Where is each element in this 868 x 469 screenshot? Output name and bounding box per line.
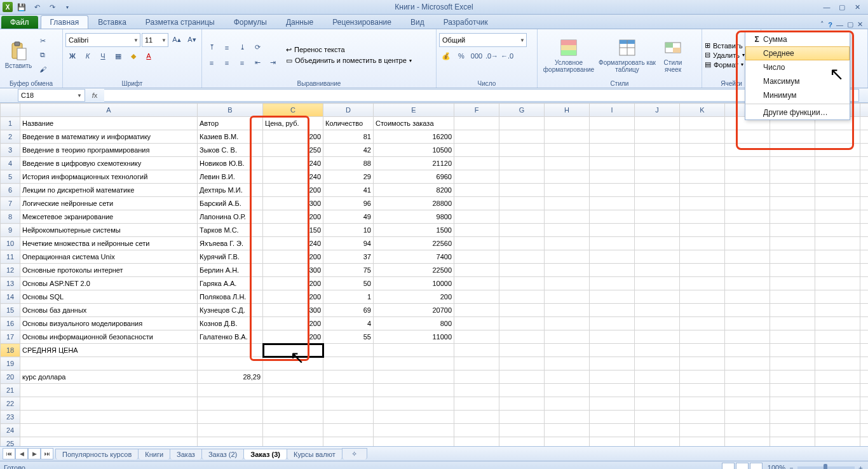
cell-A24[interactable] — [20, 424, 198, 437]
cell-A5[interactable]: История информационных технологий — [20, 170, 198, 184]
cell-C7[interactable]: 300 — [263, 197, 323, 210]
cell-N24[interactable] — [815, 424, 860, 437]
cell-C14[interactable]: 200 — [263, 290, 323, 304]
cell-I5[interactable] — [590, 170, 635, 184]
cell-M5[interactable] — [770, 170, 815, 184]
cell-E10[interactable]: 22560 — [374, 237, 454, 250]
cell-O10[interactable] — [860, 237, 869, 250]
cell-H5[interactable] — [545, 170, 590, 184]
cell-L6[interactable] — [725, 184, 770, 197]
autosum-sum[interactable]: ΣСумма — [745, 32, 850, 46]
cell-K15[interactable] — [680, 304, 725, 317]
sheet-nav-next[interactable]: ▶ — [28, 448, 41, 459]
cell-N4[interactable] — [815, 157, 860, 170]
cell-N21[interactable] — [815, 384, 860, 397]
cell-N18[interactable] — [815, 344, 860, 357]
cell-I6[interactable] — [590, 184, 635, 197]
cell-O7[interactable] — [860, 197, 869, 210]
sheet-tab[interactable]: Книги — [138, 449, 170, 459]
cell-O2[interactable] — [860, 130, 869, 144]
cell-L17[interactable] — [725, 330, 770, 344]
cell-H23[interactable] — [545, 411, 590, 424]
col-header-A[interactable]: A — [20, 104, 198, 117]
cell-J10[interactable] — [635, 237, 680, 250]
cell-F11[interactable] — [454, 250, 499, 264]
zoom-level[interactable]: 100% — [768, 464, 785, 469]
cell-E24[interactable] — [374, 424, 454, 437]
paste-button[interactable]: Вставить — [3, 34, 34, 76]
percent-icon[interactable]: % — [454, 50, 468, 62]
zoom-in-button[interactable]: ＋ — [857, 463, 864, 470]
cell-B5[interactable]: Левин В.И. — [198, 170, 263, 184]
cell-J13[interactable] — [635, 277, 680, 290]
cell-L20[interactable] — [725, 370, 770, 384]
col-header-E[interactable]: E — [374, 104, 454, 117]
cell-J25[interactable] — [635, 437, 680, 447]
cell-D14[interactable]: 1 — [323, 290, 374, 304]
cell-D20[interactable] — [323, 370, 374, 384]
sheet-tab[interactable]: Заказ — [170, 449, 202, 459]
merge-center-button[interactable]: ▭Объединить и поместить в центре▾ — [286, 57, 412, 65]
cell-J19[interactable] — [635, 357, 680, 370]
number-format-combo[interactable]: Общий▼ — [439, 33, 527, 47]
sheet-tab[interactable]: Заказ (2) — [201, 449, 244, 459]
cell-K2[interactable] — [680, 130, 725, 144]
cell-B2[interactable]: Казиев В.М. — [198, 130, 263, 144]
close-button[interactable]: ✕ — [850, 2, 864, 12]
autosum-average[interactable]: Среднее — [745, 46, 850, 60]
cell-C13[interactable]: 200 — [263, 277, 323, 290]
cell-G13[interactable] — [499, 277, 545, 290]
cell-M12[interactable] — [770, 264, 815, 277]
cell-L11[interactable] — [725, 250, 770, 264]
cell-B18[interactable] — [198, 344, 263, 357]
cell-D24[interactable] — [323, 424, 374, 437]
cell-O20[interactable] — [860, 370, 869, 384]
cell-E14[interactable]: 200 — [374, 290, 454, 304]
cell-A20[interactable]: курс доллара — [20, 370, 198, 384]
cell-N22[interactable] — [815, 397, 860, 411]
sheet-tab[interactable]: Курсы валют — [287, 449, 342, 459]
cell-H8[interactable] — [545, 210, 590, 224]
cell-I11[interactable] — [590, 250, 635, 264]
row-header-14[interactable]: 14 — [1, 290, 20, 304]
cell-B3[interactable]: Зыков С. В. — [198, 144, 263, 157]
cell-F20[interactable] — [454, 370, 499, 384]
cell-B16[interactable]: Кознов Д.В. — [198, 317, 263, 330]
cell-G5[interactable] — [499, 170, 545, 184]
cell-N20[interactable] — [815, 370, 860, 384]
cell-L13[interactable] — [725, 277, 770, 290]
cell-M2[interactable] — [770, 130, 815, 144]
cell-E1[interactable]: Стоимость заказа — [374, 117, 454, 130]
cell-I23[interactable] — [590, 411, 635, 424]
cell-L7[interactable] — [725, 197, 770, 210]
cell-N16[interactable] — [815, 317, 860, 330]
cell-H1[interactable] — [545, 117, 590, 130]
row-header-10[interactable]: 10 — [1, 237, 20, 250]
cell-A15[interactable]: Основы баз данных — [20, 304, 198, 317]
cell-A12[interactable]: Основные протоколы интернет — [20, 264, 198, 277]
cell-K23[interactable] — [680, 411, 725, 424]
cell-J22[interactable] — [635, 397, 680, 411]
sheet-nav-last[interactable]: ⏭ — [41, 448, 53, 459]
cell-O22[interactable] — [860, 397, 869, 411]
cell-O25[interactable] — [860, 437, 869, 447]
cell-F5[interactable] — [454, 170, 499, 184]
cell-J9[interactable] — [635, 224, 680, 237]
row-header-3[interactable]: 3 — [1, 144, 20, 157]
qat-save-icon[interactable]: 💾 — [15, 1, 28, 13]
cell-L12[interactable] — [725, 264, 770, 277]
cell-J18[interactable] — [635, 344, 680, 357]
cell-J24[interactable] — [635, 424, 680, 437]
cell-A8[interactable]: Межсетевое экранирование — [20, 210, 198, 224]
cell-F24[interactable] — [454, 424, 499, 437]
comma-icon[interactable]: 000 — [470, 50, 484, 62]
cell-O13[interactable] — [860, 277, 869, 290]
cell-D5[interactable]: 29 — [323, 170, 374, 184]
row-header-12[interactable]: 12 — [1, 264, 20, 277]
cell-H14[interactable] — [545, 290, 590, 304]
cell-K21[interactable] — [680, 384, 725, 397]
row-header-24[interactable]: 24 — [1, 424, 20, 437]
format-as-table-button[interactable]: Форматировать как таблицу — [599, 34, 656, 76]
row-header-13[interactable]: 13 — [1, 277, 20, 290]
cell-N17[interactable] — [815, 330, 860, 344]
